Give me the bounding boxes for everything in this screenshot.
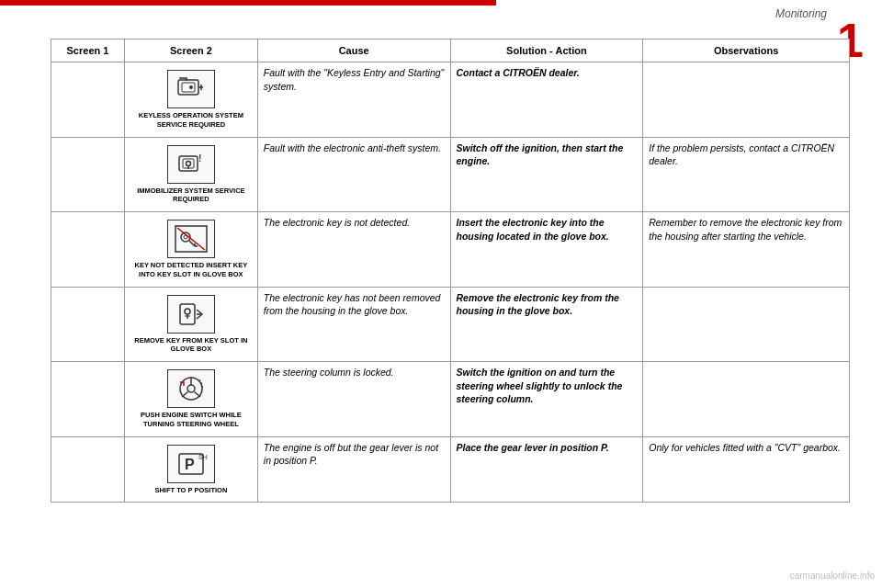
svg-point-23	[187, 385, 195, 392]
cell-screen2: KEY NOT DETECTED INSERT KEY INTO KEY SLO…	[124, 212, 257, 288]
cell-screen1	[51, 287, 125, 362]
cell-screen2: P SHIFT SHIFT TO P POSITION	[124, 436, 257, 503]
cell-cause: The electronic key is not detected.	[257, 212, 450, 288]
header-cause: Cause	[257, 40, 450, 62]
cell-observations: Only for vehicles fitted with a "CVT" ge…	[643, 436, 850, 503]
screen2-icon-immobilizer: !	[167, 145, 215, 184]
svg-text:!: !	[198, 153, 201, 164]
header-observations: Observations	[643, 40, 850, 62]
cell-screen1	[51, 436, 125, 503]
svg-point-18	[185, 309, 190, 314]
cell-observations	[643, 62, 850, 138]
cell-screen1	[51, 362, 125, 437]
cell-screen1	[51, 212, 125, 288]
screen2-icon-remove_key	[167, 295, 215, 334]
svg-text:P: P	[185, 457, 195, 472]
section-title: Monitoring	[775, 7, 827, 20]
screen2-icon-key_not_detected	[167, 220, 215, 258]
screen2-label: KEY NOT DETECTED INSERT KEY INTO KEY SLO…	[134, 261, 248, 279]
cell-solution: Place the gear lever in position P.	[450, 436, 643, 503]
cell-solution: Insert the electronic key into the housi…	[450, 212, 643, 288]
cell-cause: Fault with the electronic anti-theft sys…	[257, 137, 450, 212]
cell-cause: The steering column is locked.	[257, 362, 450, 437]
cell-observations	[643, 362, 850, 437]
svg-line-25	[182, 392, 188, 398]
screen2-label: SHIFT TO P POSITION	[154, 486, 227, 495]
cell-cause: The electronic key has not been removed …	[257, 287, 450, 362]
cell-solution: Switch the ignition on and turn the stee…	[450, 362, 643, 437]
watermark: carmanualonline.info	[790, 571, 875, 581]
cell-solution: Remove the electronic key from the housi…	[450, 287, 643, 362]
table-row: P SHIFT SHIFT TO P POSITIONThe engine is…	[51, 436, 850, 503]
cell-solution: Contact a CITROËN dealer.	[450, 62, 643, 138]
header-solution: Solution - Action	[450, 40, 643, 62]
cell-solution: Switch off the ignition, then start the …	[450, 137, 643, 212]
screen2-icon-keyless	[167, 70, 215, 108]
cell-screen2: PUSH ENGINE SWITCH WHILE TURNING STEERIN…	[124, 362, 257, 437]
screen2-label: KEYLESS OPERATION SYSTEM SERVICE REQUIRE…	[134, 111, 248, 130]
svg-text:SHIFT: SHIFT	[198, 454, 208, 460]
cell-screen1	[51, 137, 125, 212]
header-screen2: Screen 2	[124, 40, 257, 62]
header-screen1: Screen 1	[51, 40, 125, 62]
cell-observations: Remember to remove the electronic key fr…	[643, 212, 850, 288]
cell-screen2: REMOVE KEY FROM KEY SLOT IN GLOVE BOX	[124, 287, 257, 362]
screen2-icon-shift_p: P SHIFT	[167, 445, 215, 483]
main-table: Screen 1 Screen 2 Cause Solution - Actio…	[51, 39, 850, 503]
screen2-label: PUSH ENGINE SWITCH WHILE TURNING STEERIN…	[134, 411, 248, 429]
svg-line-26	[194, 392, 200, 398]
cell-screen1	[51, 62, 125, 138]
screen2-icon-steering	[167, 369, 215, 408]
cell-cause: Fault with the "Keyless Entry and Starti…	[257, 62, 450, 138]
screen2-label: REMOVE KEY FROM KEY SLOT IN GLOVE BOX	[134, 336, 248, 355]
table-row: ! IMMOBILIZER SYSTEM SERVICE REQUIREDFau…	[51, 137, 850, 212]
cell-observations	[643, 287, 850, 362]
top-red-bar	[0, 0, 496, 6]
svg-point-7	[186, 161, 190, 165]
table-header-row: Screen 1 Screen 2 Cause Solution - Actio…	[51, 40, 850, 62]
cell-cause: The engine is off but the gear lever is …	[257, 436, 450, 503]
svg-rect-0	[178, 80, 198, 95]
screen2-label: IMMOBILIZER SYSTEM SERVICE REQUIRED	[134, 187, 248, 205]
table-row: KEYLESS OPERATION SYSTEM SERVICE REQUIRE…	[51, 62, 850, 138]
cell-screen2: KEYLESS OPERATION SYSTEM SERVICE REQUIRE…	[124, 62, 257, 138]
table-row: KEY NOT DETECTED INSERT KEY INTO KEY SLO…	[51, 212, 850, 288]
cell-observations: If the problem persists, contact a CITRO…	[643, 137, 850, 212]
table-row: PUSH ENGINE SWITCH WHILE TURNING STEERIN…	[51, 362, 850, 437]
svg-point-4	[189, 85, 193, 89]
cell-screen2: ! IMMOBILIZER SYSTEM SERVICE REQUIRED	[124, 137, 257, 212]
table-row: REMOVE KEY FROM KEY SLOT IN GLOVE BOXThe…	[51, 287, 850, 362]
